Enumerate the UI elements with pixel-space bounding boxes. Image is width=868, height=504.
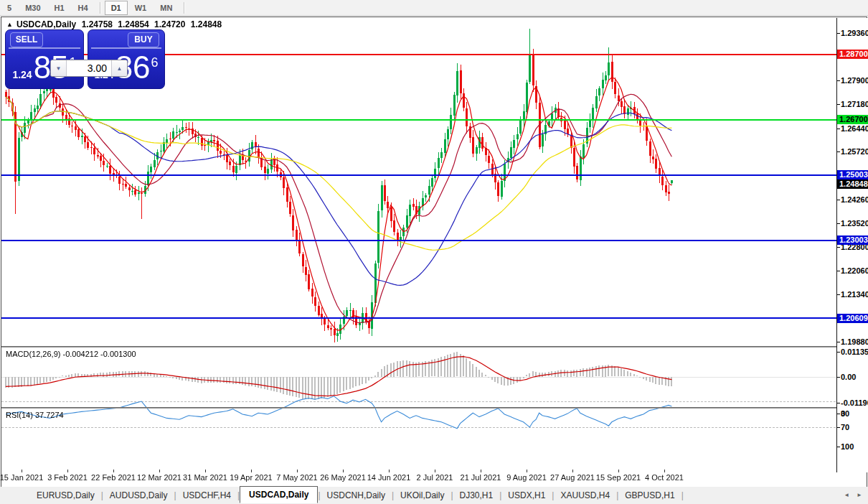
price-axis-label: 1.27900 xyxy=(841,76,868,85)
level-price-badge: 1.28700 xyxy=(837,50,868,59)
price-axis-tick xyxy=(837,223,840,224)
period-button-5[interactable]: 5 xyxy=(1,1,18,15)
tab-separator: | xyxy=(681,490,684,500)
tab-scroll-left-icon[interactable]: ◄ xyxy=(844,492,849,498)
ohlc-low: 1.24720 xyxy=(154,19,185,29)
price-axis-label: 0.00 xyxy=(841,373,856,381)
price-axis-label: 1.29360 xyxy=(841,29,868,37)
date-label: 19 Apr 2021 xyxy=(230,473,272,482)
date-label: 3 Feb 2021 xyxy=(47,473,88,482)
ohlc-header: ▲USDCAD,Daily 1.24758 1.24854 1.24720 1.… xyxy=(6,19,225,29)
level-price-badge: 1.25003 xyxy=(837,170,868,179)
period-button-h1[interactable]: H1 xyxy=(48,1,71,15)
tab-scroll-controls: ◄ ► xyxy=(844,492,862,498)
time-axis-tick xyxy=(113,470,114,472)
tab-scroll-right-icon[interactable]: ► xyxy=(857,492,862,498)
rsi-indicator-label: RSI(14) 37.7274 xyxy=(6,411,64,419)
price-axis-tick xyxy=(837,247,840,248)
price-axis-tick xyxy=(837,414,840,414)
time-axis-tick xyxy=(205,470,206,472)
price-axis-label: 70 xyxy=(841,423,849,431)
rsi-pane-splitter[interactable] xyxy=(1,407,867,409)
volume-decrease-button[interactable]: ▼ xyxy=(51,60,67,76)
price-axis-tick xyxy=(837,33,840,34)
period-button-mn[interactable]: MN xyxy=(154,1,179,15)
macd-pane-splitter[interactable] xyxy=(1,346,867,347)
level-price-badge: 1.26700 xyxy=(837,115,868,124)
price-axis-label: 1.22060 xyxy=(841,266,868,275)
date-label: 9 Aug 2021 xyxy=(506,473,547,482)
current-price-badge: 1.24848 xyxy=(837,179,868,189)
ohlc-close: 1.24848 xyxy=(191,19,222,29)
period-button-m30[interactable]: M30 xyxy=(19,1,47,15)
period-button-w1[interactable]: W1 xyxy=(128,1,154,15)
period-button-d1[interactable]: D1 xyxy=(105,1,128,15)
timeframe-toolbar: 5M30H1H4D1W1MN xyxy=(0,0,868,16)
volume-input[interactable] xyxy=(67,60,111,76)
price-axis-label: 1.25720 xyxy=(841,147,868,156)
period-button-h4[interactable]: H4 xyxy=(72,1,95,15)
price-axis-tick xyxy=(837,151,840,152)
date-label: 14 Jun 2021 xyxy=(367,473,411,482)
price-axis-label: -0.011904 xyxy=(841,398,868,407)
tab-dj30-h1[interactable]: DJ30,H1 xyxy=(453,488,500,503)
sell-price-prefix: 1.24 xyxy=(12,69,32,80)
tab-gbpusd-h1[interactable]: GBPUSD,H1 xyxy=(618,488,681,503)
time-axis-tick xyxy=(618,470,619,472)
price-axis-label: 1.26440 xyxy=(841,124,868,133)
tab-xauusd-h4[interactable]: XAUUSD,H4 xyxy=(554,488,616,503)
chart-tabs: EURUSD,Daily|AUDUSD,Daily|USDCHF,H4|USDC… xyxy=(0,487,868,504)
price-axis-tick xyxy=(837,447,840,447)
date-label: 31 Mar 2021 xyxy=(183,473,227,482)
volume-control: ▼ ▲ xyxy=(50,60,128,77)
time-axis-tick xyxy=(343,470,344,472)
chart-symbol-label: USDCAD,Daily xyxy=(16,19,76,29)
date-label: 2 Jul 2021 xyxy=(417,473,453,482)
tab-usdcnh-daily[interactable]: USDCNH,Daily xyxy=(321,488,392,503)
price-axis-label: 1.23520 xyxy=(841,219,868,228)
price-axis-tick xyxy=(837,427,840,428)
time-axis-tick xyxy=(527,470,527,472)
macd-indicator-label: MACD(12,26,9) -0.004212 -0.001300 xyxy=(6,350,136,358)
buy-button[interactable]: BUY xyxy=(128,32,159,47)
price-axis-tick xyxy=(837,377,840,378)
price-axis[interactable]: 1.293601.279001.271801.264401.257201.242… xyxy=(836,18,868,472)
price-axis-label: 0.01135 xyxy=(841,347,868,356)
date-label: 22 Feb 2021 xyxy=(91,473,136,482)
toolbar-separator xyxy=(184,2,184,14)
tab-ukoil-daily[interactable]: UKOil,Daily xyxy=(394,488,450,503)
date-label: 27 Aug 2021 xyxy=(550,473,595,482)
sell-button[interactable]: SELL xyxy=(10,32,43,47)
volume-increase-button[interactable]: ▲ xyxy=(111,60,127,76)
time-axis[interactable]: 15 Jan 20213 Feb 202122 Feb 202112 Mar 2… xyxy=(1,470,836,486)
price-axis-tick xyxy=(837,80,840,81)
one-click-trading-panel: SELL 1.24 85 1 BUY 1.24 86 6 ▼ ▲ xyxy=(5,29,165,89)
panel-collapse-icon[interactable]: ▲ xyxy=(6,21,13,28)
price-axis-tick xyxy=(837,271,840,271)
price-axis-label: 1.27180 xyxy=(841,100,868,108)
level-price-badge: 1.23003 xyxy=(837,235,868,245)
tab-usdcad-daily[interactable]: USDCAD,Daily xyxy=(240,486,318,503)
level-price-badge: 1.20609 xyxy=(837,314,868,323)
price-axis-label: 100 xyxy=(841,442,854,451)
time-axis-tick xyxy=(251,470,252,472)
time-axis-tick xyxy=(389,470,390,472)
tab-eurusd-daily[interactable]: EURUSD,Daily xyxy=(30,488,101,503)
price-axis-tick xyxy=(837,104,840,105)
date-label: 12 Mar 2021 xyxy=(137,473,181,482)
date-label: 21 Jul 2021 xyxy=(461,473,501,482)
tab-usdchf-h4[interactable]: USDCHF,H4 xyxy=(176,488,237,503)
time-axis-tick xyxy=(572,470,573,472)
price-axis-label: 1.19880 xyxy=(841,337,868,346)
time-axis-tick xyxy=(22,470,22,472)
price-axis-label: 1.24260 xyxy=(841,195,868,204)
date-label: 7 May 2021 xyxy=(276,473,317,482)
toolbar-separator xyxy=(100,2,100,14)
tab-audusd-daily[interactable]: AUDUSD,Daily xyxy=(103,488,174,503)
price-axis-tick xyxy=(837,352,840,353)
ohlc-open: 1.24758 xyxy=(82,19,113,29)
time-axis-tick xyxy=(481,470,481,472)
buy-price-pip-digit: 6 xyxy=(151,55,159,70)
time-axis-tick xyxy=(664,470,665,472)
tab-usdx-h1[interactable]: USDX,H1 xyxy=(501,488,552,503)
